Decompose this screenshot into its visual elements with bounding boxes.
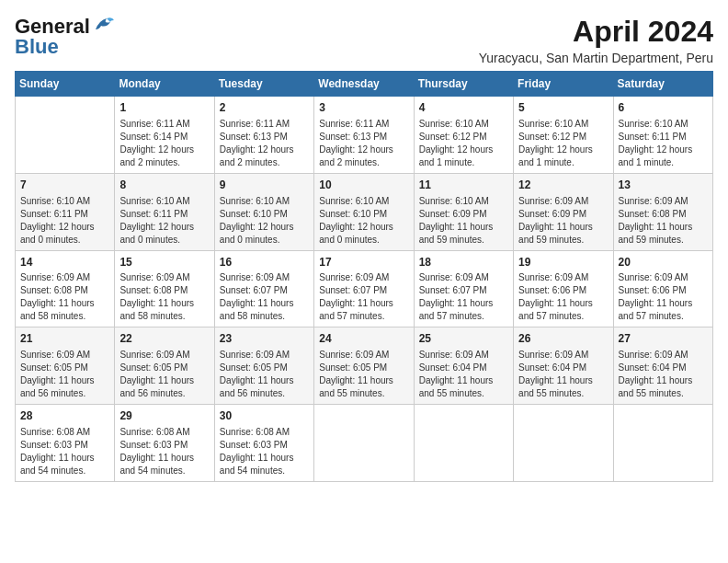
day-info: Sunrise: 6:09 AM Sunset: 6:04 PM Dayligh… <box>419 349 508 400</box>
day-number: 24 <box>319 331 408 347</box>
calendar-cell: 17Sunrise: 6:09 AM Sunset: 6:07 PM Dayli… <box>314 250 414 327</box>
calendar-cell: 4Sunrise: 6:10 AM Sunset: 6:12 PM Daylig… <box>414 97 513 174</box>
calendar-cell: 2Sunrise: 6:11 AM Sunset: 6:13 PM Daylig… <box>214 97 313 174</box>
logo-blue: Blue <box>15 35 59 59</box>
calendar-cell <box>16 97 115 174</box>
day-number: 27 <box>619 331 708 347</box>
day-number: 25 <box>419 331 508 347</box>
calendar-cell: 28Sunrise: 6:08 AM Sunset: 6:03 PM Dayli… <box>16 405 115 482</box>
day-info: Sunrise: 6:09 AM Sunset: 6:04 PM Dayligh… <box>619 349 708 400</box>
calendar-cell: 8Sunrise: 6:10 AM Sunset: 6:11 PM Daylig… <box>115 173 214 250</box>
day-info: Sunrise: 6:09 AM Sunset: 6:05 PM Dayligh… <box>319 349 408 400</box>
day-info: Sunrise: 6:10 AM Sunset: 6:10 PM Dayligh… <box>319 195 408 247</box>
calendar-cell: 1Sunrise: 6:11 AM Sunset: 6:14 PM Daylig… <box>115 97 214 174</box>
day-number: 5 <box>518 100 608 116</box>
calendar-cell: 21Sunrise: 6:09 AM Sunset: 6:05 PM Dayli… <box>16 327 115 405</box>
day-number: 16 <box>220 255 309 270</box>
day-info: Sunrise: 6:09 AM Sunset: 6:06 PM Dayligh… <box>619 271 708 323</box>
day-number: 14 <box>20 255 109 270</box>
calendar-week-4: 21Sunrise: 6:09 AM Sunset: 6:05 PM Dayli… <box>16 327 713 405</box>
day-number: 9 <box>220 178 309 193</box>
col-friday: Friday <box>514 72 613 97</box>
day-info: Sunrise: 6:09 AM Sunset: 6:07 PM Dayligh… <box>220 271 309 323</box>
day-number: 21 <box>20 331 109 347</box>
calendar-cell <box>613 405 712 482</box>
calendar-cell: 9Sunrise: 6:10 AM Sunset: 6:10 PM Daylig… <box>214 173 313 250</box>
col-thursday: Thursday <box>414 72 513 97</box>
header: General Blue April 2024 Yuracyacu, San M… <box>15 15 713 65</box>
day-info: Sunrise: 6:11 AM Sunset: 6:14 PM Dayligh… <box>119 118 209 169</box>
day-info: Sunrise: 6:09 AM Sunset: 6:04 PM Dayligh… <box>518 349 608 400</box>
calendar-week-5: 28Sunrise: 6:08 AM Sunset: 6:03 PM Dayli… <box>16 405 713 482</box>
day-info: Sunrise: 6:10 AM Sunset: 6:11 PM Dayligh… <box>20 195 109 247</box>
calendar-cell: 29Sunrise: 6:08 AM Sunset: 6:03 PM Dayli… <box>115 405 214 482</box>
day-info: Sunrise: 6:10 AM Sunset: 6:12 PM Dayligh… <box>419 118 508 169</box>
day-info: Sunrise: 6:10 AM Sunset: 6:11 PM Dayligh… <box>619 118 708 169</box>
day-info: Sunrise: 6:09 AM Sunset: 6:07 PM Dayligh… <box>319 271 408 323</box>
day-number: 22 <box>119 331 209 347</box>
month-title: April 2024 <box>479 15 713 49</box>
calendar-cell: 19Sunrise: 6:09 AM Sunset: 6:06 PM Dayli… <box>514 250 613 327</box>
day-info: Sunrise: 6:11 AM Sunset: 6:13 PM Dayligh… <box>220 118 309 169</box>
col-monday: Monday <box>115 72 214 97</box>
calendar-cell: 25Sunrise: 6:09 AM Sunset: 6:04 PM Dayli… <box>414 327 513 405</box>
col-saturday: Saturday <box>613 72 712 97</box>
calendar-cell: 18Sunrise: 6:09 AM Sunset: 6:07 PM Dayli… <box>414 250 513 327</box>
day-number: 8 <box>119 178 209 193</box>
calendar-cell: 6Sunrise: 6:10 AM Sunset: 6:11 PM Daylig… <box>613 97 712 174</box>
day-number: 30 <box>220 408 309 424</box>
day-number: 2 <box>220 100 309 116</box>
calendar-cell <box>314 405 414 482</box>
calendar-cell: 13Sunrise: 6:09 AM Sunset: 6:08 PM Dayli… <box>613 173 712 250</box>
day-info: Sunrise: 6:09 AM Sunset: 6:05 PM Dayligh… <box>119 349 209 400</box>
calendar-cell: 30Sunrise: 6:08 AM Sunset: 6:03 PM Dayli… <box>214 405 313 482</box>
calendar-cell <box>514 405 613 482</box>
calendar-cell: 24Sunrise: 6:09 AM Sunset: 6:05 PM Dayli… <box>314 327 414 405</box>
day-info: Sunrise: 6:10 AM Sunset: 6:10 PM Dayligh… <box>220 195 309 247</box>
calendar-cell: 7Sunrise: 6:10 AM Sunset: 6:11 PM Daylig… <box>16 173 115 250</box>
day-number: 11 <box>419 178 508 193</box>
day-number: 17 <box>319 255 408 270</box>
day-number: 3 <box>319 100 408 116</box>
col-tuesday: Tuesday <box>214 72 313 97</box>
day-info: Sunrise: 6:09 AM Sunset: 6:08 PM Dayligh… <box>119 271 209 323</box>
day-info: Sunrise: 6:09 AM Sunset: 6:05 PM Dayligh… <box>20 349 109 400</box>
col-sunday: Sunday <box>16 72 115 97</box>
day-number: 6 <box>619 100 708 116</box>
day-info: Sunrise: 6:08 AM Sunset: 6:03 PM Dayligh… <box>119 426 209 477</box>
calendar-cell <box>414 405 513 482</box>
day-info: Sunrise: 6:10 AM Sunset: 6:11 PM Dayligh… <box>119 195 209 247</box>
title-area: April 2024 Yuracyacu, San Martin Departm… <box>479 15 713 65</box>
day-info: Sunrise: 6:09 AM Sunset: 6:08 PM Dayligh… <box>20 271 109 323</box>
calendar-week-3: 14Sunrise: 6:09 AM Sunset: 6:08 PM Dayli… <box>16 250 713 327</box>
calendar-cell: 27Sunrise: 6:09 AM Sunset: 6:04 PM Dayli… <box>613 327 712 405</box>
day-number: 4 <box>419 100 508 116</box>
day-number: 7 <box>20 178 109 193</box>
calendar-table: Sunday Monday Tuesday Wednesday Thursday… <box>15 71 713 482</box>
calendar-cell: 5Sunrise: 6:10 AM Sunset: 6:12 PM Daylig… <box>514 97 613 174</box>
day-number: 20 <box>619 255 708 270</box>
calendar-cell: 11Sunrise: 6:10 AM Sunset: 6:09 PM Dayli… <box>414 173 513 250</box>
calendar-week-2: 7Sunrise: 6:10 AM Sunset: 6:11 PM Daylig… <box>16 173 713 250</box>
day-number: 13 <box>619 178 708 193</box>
day-info: Sunrise: 6:09 AM Sunset: 6:06 PM Dayligh… <box>518 271 608 323</box>
day-info: Sunrise: 6:09 AM Sunset: 6:08 PM Dayligh… <box>619 195 708 247</box>
calendar-cell: 20Sunrise: 6:09 AM Sunset: 6:06 PM Dayli… <box>613 250 712 327</box>
day-info: Sunrise: 6:11 AM Sunset: 6:13 PM Dayligh… <box>319 118 408 169</box>
calendar-cell: 12Sunrise: 6:09 AM Sunset: 6:09 PM Dayli… <box>514 173 613 250</box>
calendar-cell: 10Sunrise: 6:10 AM Sunset: 6:10 PM Dayli… <box>314 173 414 250</box>
calendar-cell: 22Sunrise: 6:09 AM Sunset: 6:05 PM Dayli… <box>115 327 214 405</box>
calendar-cell: 26Sunrise: 6:09 AM Sunset: 6:04 PM Dayli… <box>514 327 613 405</box>
day-info: Sunrise: 6:09 AM Sunset: 6:09 PM Dayligh… <box>518 195 608 247</box>
col-wednesday: Wednesday <box>314 72 414 97</box>
day-number: 29 <box>119 408 209 424</box>
day-number: 15 <box>119 255 209 270</box>
calendar-cell: 15Sunrise: 6:09 AM Sunset: 6:08 PM Dayli… <box>115 250 214 327</box>
calendar-week-1: 1Sunrise: 6:11 AM Sunset: 6:14 PM Daylig… <box>16 97 713 174</box>
day-number: 23 <box>220 331 309 347</box>
calendar-cell: 3Sunrise: 6:11 AM Sunset: 6:13 PM Daylig… <box>314 97 414 174</box>
day-number: 1 <box>119 100 209 116</box>
day-info: Sunrise: 6:08 AM Sunset: 6:03 PM Dayligh… <box>20 426 109 477</box>
day-number: 12 <box>518 178 608 193</box>
logo: General Blue <box>15 15 114 59</box>
